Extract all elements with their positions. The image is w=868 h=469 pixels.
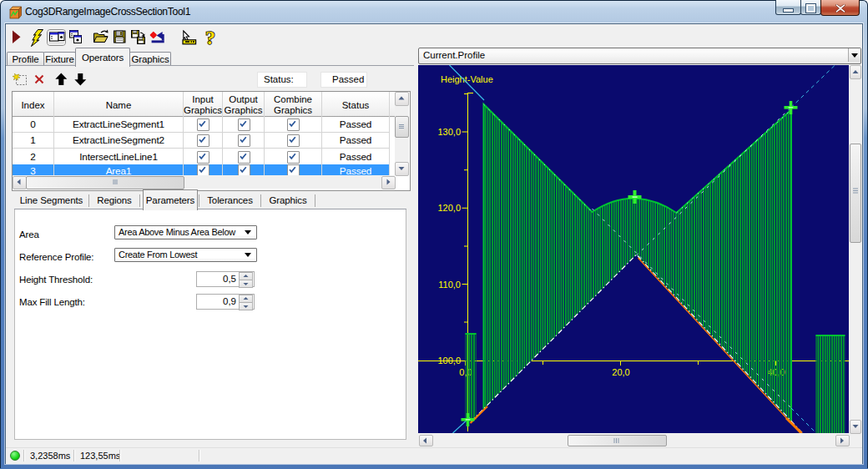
svg-text:110,0: 110,0 (438, 280, 461, 290)
svg-text:?: ? (205, 27, 215, 48)
svg-text:20,0: 20,0 (612, 367, 629, 377)
svg-text:130,0: 130,0 (437, 127, 461, 137)
svg-text:120,0: 120,0 (437, 203, 461, 213)
svg-text:100,0: 100,0 (437, 356, 461, 366)
